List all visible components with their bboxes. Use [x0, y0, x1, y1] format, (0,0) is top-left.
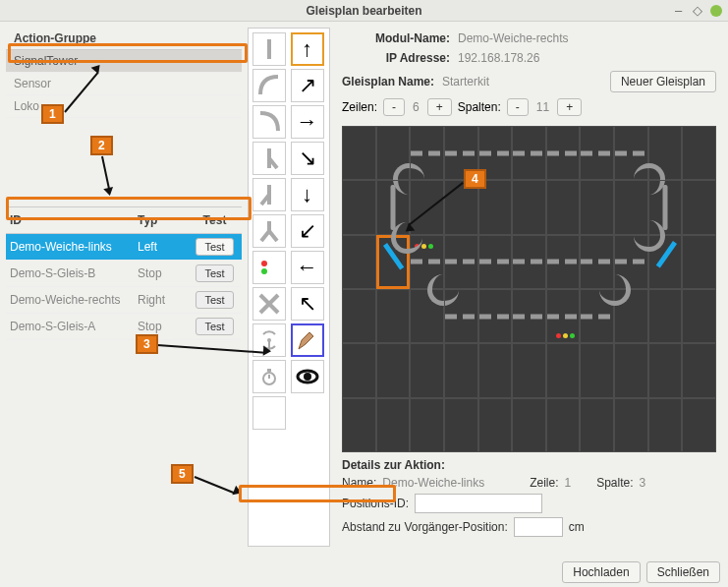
gleisplan-label: Gleisplan Name: — [342, 75, 434, 88]
titlebar: Gleisplan bearbeiten – ◇ — [0, 0, 728, 22]
arrow-left-icon[interactable]: ← — [291, 251, 324, 284]
row-typ: Left — [134, 236, 188, 258]
maximize-icon[interactable]: ◇ — [693, 6, 702, 16]
detail-abstand-label: Abstand zu Vorgänger-Position: — [342, 520, 508, 534]
svg-point-18 — [304, 373, 311, 381]
tool-palette: ↑ ↗ → ↘ ↓ ↙ ← ↖ — [248, 28, 330, 547]
switch-left-icon[interactable] — [252, 142, 286, 175]
spalten-label: Spalten: — [458, 100, 501, 114]
test-button[interactable]: Test — [196, 318, 233, 335]
action-group-header: Action-Gruppe — [6, 28, 242, 50]
test-button[interactable]: Test — [196, 238, 233, 256]
footer-buttons: Hochladen Schließen — [562, 561, 720, 583]
svg-rect-16 — [267, 369, 271, 372]
detail-name-label: Name: — [342, 476, 376, 490]
track-grid[interactable] — [342, 126, 716, 452]
row-id: Demo-S-Gleis-A — [6, 316, 134, 337]
detail-abstand-input[interactable] — [514, 517, 563, 537]
detail-name-value: Demo-Weiche-links — [382, 476, 484, 490]
detail-spalte-value: 3 — [640, 476, 646, 490]
arrow-ne-icon[interactable]: ↗ — [291, 69, 324, 102]
right-pane: Modul-Name: Demo-Weiche-rechts IP Adress… — [336, 28, 722, 547]
spalten-plus-button[interactable]: + — [557, 98, 582, 116]
module-name-label: Modul-Name: — [342, 31, 450, 45]
svg-line-7 — [269, 231, 277, 241]
signal-icon[interactable] — [252, 251, 286, 284]
gleisplan-value: Starterkit — [442, 75, 602, 88]
svg-point-8 — [261, 261, 267, 266]
module-name-value: Demo-Weiche-rechts — [458, 31, 716, 45]
detail-zeile-label: Zeile: — [530, 476, 558, 490]
details-title: Details zur Aktion: — [342, 458, 716, 472]
eye-icon[interactable] — [291, 360, 324, 393]
detail-spalte-label: Spalte: — [596, 476, 633, 490]
close-icon[interactable] — [710, 5, 722, 17]
spalten-minus-button[interactable]: - — [507, 98, 529, 116]
window-controls: – ◇ — [675, 5, 722, 17]
row-typ: Right — [134, 289, 188, 311]
detail-abstand-unit: cm — [569, 520, 585, 534]
action-item-signaltower[interactable]: SignalTower — [6, 50, 242, 73]
crossing-icon[interactable] — [252, 287, 286, 321]
track-vertical-icon[interactable] — [252, 32, 286, 66]
empty-tool-icon[interactable] — [252, 396, 286, 430]
zeilen-label: Zeilen: — [342, 100, 377, 114]
zeilen-plus-button[interactable]: + — [427, 98, 452, 116]
antenna-icon[interactable] — [252, 323, 286, 357]
upload-button[interactable]: Hochladen — [562, 561, 640, 583]
arrow-down-icon[interactable]: ↓ — [291, 178, 324, 211]
arrow-right-icon[interactable]: → — [291, 105, 324, 139]
test-button[interactable]: Test — [196, 291, 233, 309]
table-area: ID Typ Test Demo-Weiche-links Left Test … — [6, 206, 242, 340]
detail-posid-input[interactable] — [415, 494, 542, 513]
ip-label: IP Adresse: — [342, 51, 450, 65]
detail-posid-label: Positions-ID: — [342, 497, 409, 510]
row-id: Demo-Weiche-rechts — [6, 289, 134, 311]
ip-value: 192.168.178.26 — [458, 51, 716, 65]
left-pane: Action-Gruppe SignalTower Sensor Loko ID… — [6, 28, 242, 547]
pencil-icon[interactable] — [291, 323, 324, 357]
zeilen-minus-button[interactable]: - — [383, 98, 405, 116]
window-title: Gleisplan bearbeiten — [306, 4, 421, 18]
action-item-loko[interactable]: Loko — [6, 95, 242, 118]
header-typ: Typ — [134, 207, 188, 233]
action-group-list: SignalTower Sensor Loko — [6, 50, 242, 118]
header-test: Test — [188, 207, 242, 233]
new-gleisplan-button[interactable]: Neuer Gleisplan — [610, 71, 716, 92]
arrow-sw-icon[interactable]: ↙ — [291, 214, 324, 248]
zeilen-value: 6 — [407, 100, 425, 114]
detail-zeile-value: 1 — [565, 476, 572, 490]
svg-point-9 — [261, 268, 267, 274]
curve-e-icon[interactable] — [252, 105, 286, 139]
close-button[interactable]: Schließen — [646, 561, 720, 583]
arrow-nw-icon[interactable]: ↖ — [291, 287, 324, 321]
action-item-sensor[interactable]: Sensor — [6, 73, 242, 95]
row-typ: Stop — [134, 316, 188, 337]
header-id: ID — [6, 207, 134, 233]
table-header: ID Typ Test — [6, 207, 242, 234]
curve-ne-icon[interactable] — [252, 69, 286, 102]
selected-grid-cell[interactable] — [376, 235, 411, 289]
switch-y-icon[interactable] — [252, 214, 286, 248]
arrow-up-icon[interactable]: ↑ — [291, 32, 324, 66]
minimize-icon[interactable]: – — [675, 6, 685, 16]
table-row[interactable]: Demo-Weiche-rechts Right Test — [6, 287, 242, 314]
switch-right-icon[interactable] — [252, 178, 286, 211]
table-row[interactable]: Demo-S-Gleis-A Stop Test — [6, 314, 242, 340]
clock-icon[interactable] — [252, 360, 286, 393]
table-row[interactable]: Demo-S-Gleis-B Stop Test — [6, 261, 242, 287]
arrow-se-icon[interactable]: ↘ — [291, 142, 324, 175]
row-id: Demo-Weiche-links — [6, 236, 134, 258]
table-row[interactable]: Demo-Weiche-links Left Test — [6, 234, 242, 261]
test-button[interactable]: Test — [196, 264, 233, 282]
details-panel: Details zur Aktion: Name: Demo-Weiche-li… — [342, 458, 716, 541]
row-id: Demo-S-Gleis-B — [6, 263, 134, 284]
spalten-value: 11 — [531, 100, 555, 114]
row-typ: Stop — [134, 263, 188, 284]
